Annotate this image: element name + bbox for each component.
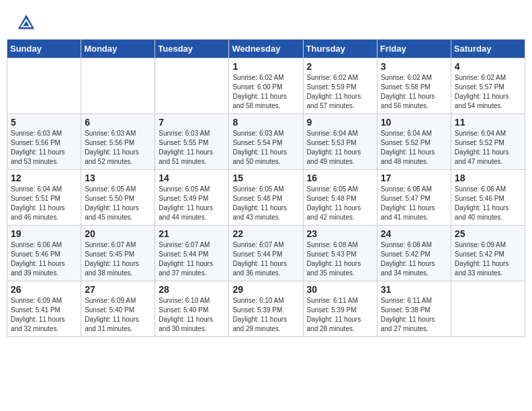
day-number: 6 — [85, 117, 151, 128]
weekday-header-wednesday: Wednesday — [229, 40, 303, 58]
daylight-text: Daylight: 11 hours and 49 minutes. — [307, 148, 361, 165]
sunrise-text: Sunrise: 6:09 AM — [455, 241, 506, 248]
day-number: 20 — [85, 228, 151, 239]
calendar-cell: 7 Sunrise: 6:03 AM Sunset: 5:55 PM Dayli… — [155, 114, 229, 170]
calendar-cell: 13 Sunrise: 6:05 AM Sunset: 5:50 PM Dayl… — [81, 170, 155, 226]
sunset-text: Sunset: 5:40 PM — [85, 306, 134, 314]
sunset-text: Sunset: 5:39 PM — [232, 306, 282, 314]
sunrise-text: Sunrise: 6:03 AM — [11, 130, 62, 137]
daylight-text: Daylight: 11 hours and 54 minutes. — [455, 93, 509, 109]
cell-content: Sunrise: 6:05 AM Sunset: 5:49 PM Dayligh… — [159, 185, 225, 222]
daylight-text: Daylight: 11 hours and 28 minutes. — [307, 316, 361, 332]
weekday-header-tuesday: Tuesday — [155, 40, 229, 58]
sunset-text: Sunset: 5:46 PM — [455, 195, 504, 202]
sunset-text: Sunset: 5:47 PM — [381, 195, 431, 202]
cell-content: Sunrise: 6:09 AM Sunset: 5:40 PM Dayligh… — [85, 296, 151, 334]
sunrise-text: Sunrise: 6:04 AM — [455, 130, 506, 137]
sunrise-text: Sunrise: 6:08 AM — [307, 241, 358, 248]
day-number: 23 — [307, 228, 373, 239]
day-number: 24 — [381, 228, 447, 239]
cell-content: Sunrise: 6:08 AM Sunset: 5:43 PM Dayligh… — [307, 240, 373, 278]
calendar-cell — [81, 58, 155, 114]
sunrise-text: Sunrise: 6:11 AM — [381, 297, 432, 304]
calendar-cell: 6 Sunrise: 6:03 AM Sunset: 5:56 PM Dayli… — [81, 114, 155, 170]
daylight-text: Daylight: 11 hours and 46 minutes. — [11, 204, 65, 221]
day-number: 8 — [232, 117, 299, 128]
sunset-text: Sunset: 5:44 PM — [159, 250, 208, 258]
day-number: 15 — [232, 173, 299, 183]
sunset-text: Sunset: 5:40 PM — [159, 306, 208, 314]
sunset-text: Sunset: 5:41 PM — [11, 306, 60, 314]
calendar-cell: 26 Sunrise: 6:09 AM Sunset: 5:41 PM Dayl… — [7, 281, 81, 337]
calendar-cell — [155, 58, 229, 114]
calendar-cell: 14 Sunrise: 6:05 AM Sunset: 5:49 PM Dayl… — [155, 170, 229, 226]
cell-content: Sunrise: 6:07 AM Sunset: 5:44 PM Dayligh… — [159, 240, 225, 278]
day-number: 17 — [381, 173, 447, 183]
daylight-text: Daylight: 11 hours and 56 minutes. — [381, 93, 435, 109]
day-number: 12 — [11, 173, 77, 183]
cell-content: Sunrise: 6:08 AM Sunset: 5:42 PM Dayligh… — [381, 240, 447, 278]
sunrise-text: Sunrise: 6:05 AM — [159, 185, 210, 193]
cell-content: Sunrise: 6:02 AM Sunset: 6:00 PM Dayligh… — [232, 73, 299, 111]
cell-content: Sunrise: 6:09 AM Sunset: 5:41 PM Dayligh… — [11, 296, 77, 334]
calendar-cell: 18 Sunrise: 6:06 AM Sunset: 5:46 PM Dayl… — [451, 170, 525, 226]
calendar-cell: 22 Sunrise: 6:07 AM Sunset: 5:44 PM Dayl… — [229, 226, 303, 281]
cell-content: Sunrise: 6:02 AM Sunset: 5:57 PM Dayligh… — [455, 73, 521, 111]
cell-content: Sunrise: 6:05 AM Sunset: 5:48 PM Dayligh… — [232, 185, 299, 222]
logo-icon — [17, 13, 36, 32]
day-number: 7 — [159, 117, 225, 128]
daylight-text: Daylight: 11 hours and 52 minutes. — [85, 148, 139, 165]
calendar-cell: 1 Sunrise: 6:02 AM Sunset: 6:00 PM Dayli… — [229, 58, 303, 114]
day-number: 29 — [232, 284, 299, 295]
daylight-text: Daylight: 11 hours and 40 minutes. — [455, 204, 509, 221]
daylight-text: Daylight: 11 hours and 42 minutes. — [307, 204, 361, 221]
cell-content: Sunrise: 6:04 AM Sunset: 5:51 PM Dayligh… — [11, 185, 77, 222]
calendar-cell: 20 Sunrise: 6:07 AM Sunset: 5:45 PM Dayl… — [81, 226, 155, 281]
day-number: 14 — [159, 173, 225, 183]
page-header — [7, 7, 525, 36]
sunset-text: Sunset: 5:52 PM — [455, 139, 504, 146]
calendar-cell: 4 Sunrise: 6:02 AM Sunset: 5:57 PM Dayli… — [451, 58, 525, 114]
cell-content: Sunrise: 6:03 AM Sunset: 5:55 PM Dayligh… — [159, 129, 225, 167]
sunrise-text: Sunrise: 6:02 AM — [455, 74, 506, 81]
sunset-text: Sunset: 5:55 PM — [159, 139, 208, 146]
calendar-cell: 12 Sunrise: 6:04 AM Sunset: 5:51 PM Dayl… — [7, 170, 81, 226]
daylight-text: Daylight: 11 hours and 38 minutes. — [85, 260, 139, 277]
day-number: 18 — [455, 173, 521, 183]
calendar-cell: 25 Sunrise: 6:09 AM Sunset: 5:42 PM Dayl… — [451, 226, 525, 281]
calendar-cell: 23 Sunrise: 6:08 AM Sunset: 5:43 PM Dayl… — [303, 226, 377, 281]
daylight-text: Daylight: 11 hours and 44 minutes. — [159, 204, 213, 221]
sunset-text: Sunset: 5:56 PM — [11, 139, 60, 146]
sunrise-text: Sunrise: 6:11 AM — [307, 297, 358, 304]
sunset-text: Sunset: 5:48 PM — [232, 195, 282, 202]
sunrise-text: Sunrise: 6:04 AM — [307, 130, 358, 137]
weekday-header-sunday: Sunday — [7, 40, 81, 58]
daylight-text: Daylight: 11 hours and 35 minutes. — [307, 260, 361, 277]
weekday-header-saturday: Saturday — [451, 40, 525, 58]
day-number: 30 — [307, 284, 373, 295]
sunset-text: Sunset: 5:58 PM — [381, 83, 431, 91]
daylight-text: Daylight: 11 hours and 45 minutes. — [85, 204, 139, 221]
cell-content: Sunrise: 6:11 AM Sunset: 5:38 PM Dayligh… — [381, 296, 447, 334]
day-number: 19 — [11, 228, 77, 239]
sunset-text: Sunset: 5:51 PM — [11, 195, 60, 202]
calendar-week-3: 12 Sunrise: 6:04 AM Sunset: 5:51 PM Dayl… — [7, 170, 525, 226]
daylight-text: Daylight: 11 hours and 51 minutes. — [159, 148, 213, 165]
weekday-header-monday: Monday — [81, 40, 155, 58]
sunset-text: Sunset: 5:54 PM — [232, 139, 282, 146]
logo — [17, 13, 38, 32]
cell-content: Sunrise: 6:10 AM Sunset: 5:39 PM Dayligh… — [232, 296, 299, 334]
cell-content: Sunrise: 6:06 AM Sunset: 5:46 PM Dayligh… — [11, 240, 77, 278]
sunrise-text: Sunrise: 6:06 AM — [455, 185, 506, 193]
day-number: 26 — [11, 284, 77, 295]
sunrise-text: Sunrise: 6:04 AM — [11, 185, 62, 193]
day-number: 11 — [455, 117, 521, 128]
daylight-text: Daylight: 11 hours and 29 minutes. — [232, 316, 287, 332]
calendar-week-5: 26 Sunrise: 6:09 AM Sunset: 5:41 PM Dayl… — [7, 281, 525, 337]
cell-content: Sunrise: 6:02 AM Sunset: 5:58 PM Dayligh… — [381, 73, 447, 111]
sunset-text: Sunset: 5:59 PM — [307, 83, 357, 91]
daylight-text: Daylight: 11 hours and 43 minutes. — [232, 204, 287, 221]
cell-content: Sunrise: 6:03 AM Sunset: 5:56 PM Dayligh… — [85, 129, 151, 167]
sunrise-text: Sunrise: 6:02 AM — [232, 74, 283, 81]
sunrise-text: Sunrise: 6:07 AM — [232, 241, 283, 248]
